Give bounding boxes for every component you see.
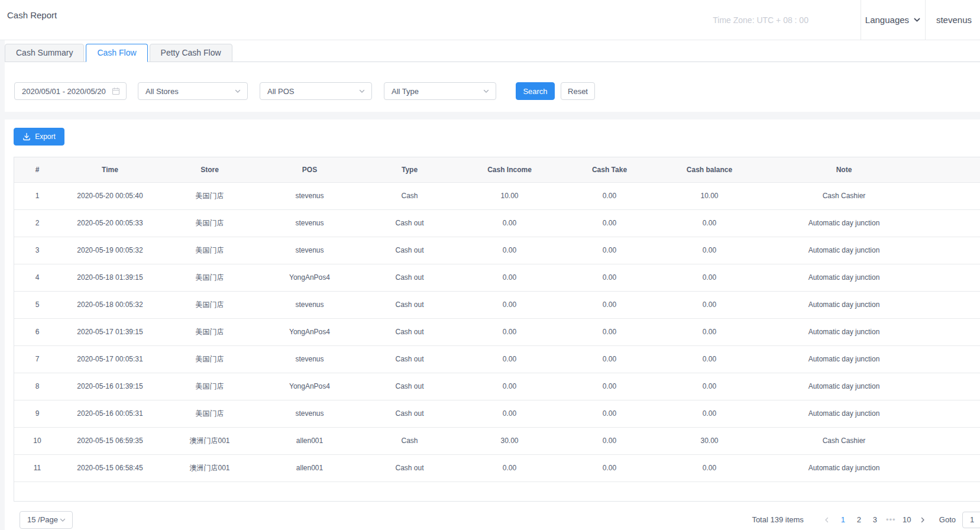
page-button-10[interactable]: 10 [900, 512, 914, 528]
chevron-down-icon [483, 88, 490, 95]
cash-flow-table: #TimeStorePOSTypeCash IncomeCash TakeCas… [14, 157, 980, 502]
date-range-picker[interactable] [14, 82, 127, 100]
timezone-label: Time Zone: UTC + 08 : 00 [713, 0, 861, 40]
table-row: 12020-05-20 00:05:40美国门店stevenusCash10.0… [14, 182, 980, 209]
page-buttons: 123•••10 [835, 512, 915, 528]
table-cell-filler [929, 373, 980, 400]
table-cell: stevenus [260, 237, 360, 264]
store-select-value: All Stores [145, 87, 179, 96]
export-button[interactable]: Export [14, 128, 64, 146]
calendar-icon [112, 87, 120, 95]
table-cell: 美国门店 [160, 345, 260, 373]
goto-page-input[interactable] [962, 512, 980, 528]
table-row: 72020-05-17 00:05:31美国门店stevenusCash out… [14, 345, 980, 373]
next-page-button[interactable] [916, 512, 930, 528]
table-row: 22020-05-20 00:05:33美国门店stevenusCash out… [14, 209, 980, 237]
table-cell: 8 [14, 373, 60, 400]
table-cell: Cash Cashier [759, 182, 929, 209]
table-cell: Cash out [360, 209, 460, 237]
type-select[interactable]: All Type [384, 82, 496, 100]
column-header-cash-income: Cash Income [460, 157, 559, 182]
languages-menu[interactable]: Languages [861, 0, 926, 40]
pos-select-value: All POS [267, 87, 295, 96]
store-select[interactable]: All Stores [138, 82, 248, 100]
table-cell: 2020-05-16 01:39:15 [60, 373, 160, 400]
table-cell: 2020-05-20 00:05:40 [60, 182, 160, 209]
column-header-cash-balance: Cash balance [659, 157, 759, 182]
table-cell: 0.00 [559, 345, 659, 373]
table-cell: 2020-05-17 00:05:31 [60, 345, 160, 373]
table-header-row: #TimeStorePOSTypeCash IncomeCash TakeCas… [14, 157, 980, 182]
column-header-filler [929, 157, 980, 182]
chevron-down-icon [59, 516, 66, 523]
languages-label: Languages [865, 15, 909, 25]
table-cell: 0.00 [659, 291, 759, 318]
table-cell: 4 [14, 264, 60, 291]
page-ellipsis[interactable]: ••• [884, 512, 898, 528]
table-footer-strip [14, 482, 980, 501]
table-cell: 30.00 [659, 427, 759, 454]
table-row: 102020-05-15 06:59:35澳洲门店001allen001Cash… [14, 427, 980, 454]
table-cell: Cash [360, 427, 460, 454]
table-cell: YongAnPos4 [260, 373, 360, 400]
table-cell: YongAnPos4 [260, 264, 360, 291]
chevron-down-icon [234, 88, 241, 95]
table-row: 92020-05-16 00:05:31美国门店stevenusCash out… [14, 400, 980, 427]
prev-page-button[interactable] [820, 512, 835, 528]
pagination-bar: 15 /Page Total 139 items 123•••10 Goto [14, 511, 980, 529]
table-cell: allen001 [260, 454, 360, 481]
table-row: 82020-05-16 01:39:15美国门店YongAnPos4Cash o… [14, 373, 980, 400]
table-cell: 0.00 [659, 237, 759, 264]
table-cell: 0.00 [460, 373, 559, 400]
column-header-time: Time [60, 157, 160, 182]
tab-cash-flow[interactable]: Cash Flow [86, 44, 147, 62]
table-cell: Automatic day junction [759, 264, 929, 291]
tab-petty-cash-flow[interactable]: Petty Cash Flow [150, 44, 232, 62]
pos-select[interactable]: All POS [260, 82, 372, 100]
table-cell: 0.00 [659, 209, 759, 237]
page-size-value: 15 /Page [27, 515, 58, 524]
table-cell: stevenus [260, 291, 360, 318]
table-cell: Cash out [360, 318, 460, 345]
table-cell: stevenus [260, 345, 360, 373]
chevron-right-icon [919, 516, 926, 523]
table-cell: 2 [14, 209, 60, 237]
table-cell: 0.00 [559, 427, 659, 454]
table-cell: Cash out [360, 400, 460, 427]
table-cell: 10.00 [460, 182, 559, 209]
user-menu[interactable]: stevenus [926, 0, 980, 40]
page-button-2[interactable]: 2 [852, 512, 866, 528]
table-cell-filler [929, 427, 980, 454]
export-button-label: Export [35, 132, 56, 141]
date-range-input[interactable] [22, 87, 109, 96]
table-cell: 0.00 [460, 454, 559, 481]
table-cell: 美国门店 [160, 182, 260, 209]
table-cell: 美国门店 [160, 318, 260, 345]
table-cell: 0.00 [559, 373, 659, 400]
panel-divider [5, 112, 980, 119]
table-cell: 美国门店 [160, 291, 260, 318]
table-cell-filler [929, 209, 980, 237]
table-cell: 0.00 [460, 345, 559, 373]
table-cell: 10.00 [659, 182, 759, 209]
table-cell: YongAnPos4 [260, 318, 360, 345]
table-cell: 美国门店 [160, 400, 260, 427]
page-button-1[interactable]: 1 [836, 512, 850, 528]
table-cell: 美国门店 [160, 209, 260, 237]
page-title: Cash Report [7, 10, 57, 20]
table-cell: Cash Cashier [759, 427, 929, 454]
page-button-3[interactable]: 3 [868, 512, 882, 528]
table-cell-filler [929, 182, 980, 209]
table-cell: 澳洲门店001 [160, 454, 260, 481]
table-cell: allen001 [260, 427, 360, 454]
column-header-note: Note [759, 157, 929, 182]
table-cell: 5 [14, 291, 60, 318]
table-cell: stevenus [260, 182, 360, 209]
search-button[interactable]: Search [516, 82, 555, 100]
page-size-select[interactable]: 15 /Page [20, 511, 73, 529]
table-row: 62020-05-17 01:39:15美国门店YongAnPos4Cash o… [14, 318, 980, 345]
reset-button[interactable]: Reset [561, 82, 595, 100]
tab-cash-summary[interactable]: Cash Summary [5, 44, 84, 62]
table-cell: 0.00 [659, 318, 759, 345]
table-cell: 2020-05-17 01:39:15 [60, 318, 160, 345]
